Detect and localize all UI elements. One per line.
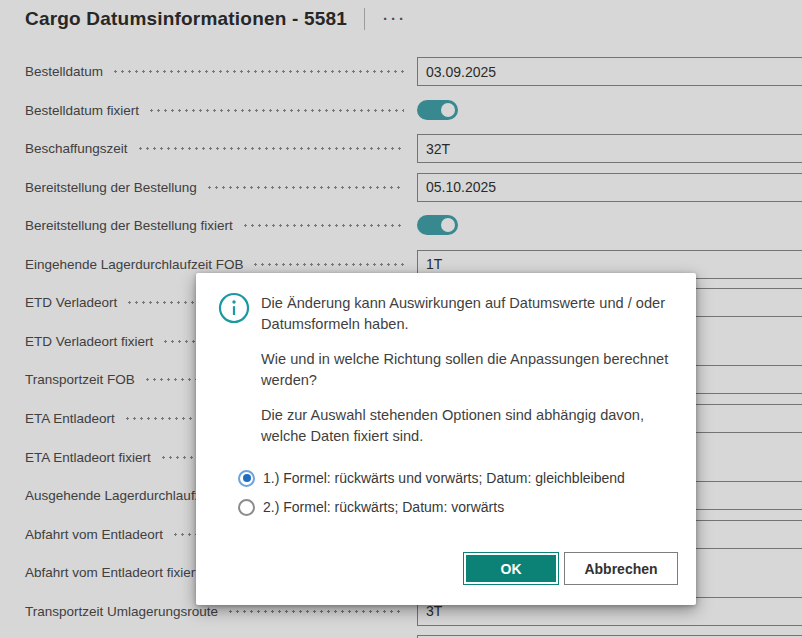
radio-option-2[interactable]: 2.) Formel: rückwärts; Datum: vorwärts bbox=[238, 498, 504, 516]
cancel-button[interactable]: Abbrechen bbox=[564, 552, 678, 585]
dialog-buttons: OK Abbrechen bbox=[463, 552, 678, 585]
radio-option-2-label: 2.) Formel: rückwärts; Datum: vorwärts bbox=[263, 499, 504, 515]
app-window: Cargo Datumsinformationen - 5581 ··· Bes… bbox=[0, 0, 802, 638]
ok-button[interactable]: OK bbox=[463, 552, 559, 585]
confirmation-dialog: Die Änderung kann Auswirkungen auf Datum… bbox=[196, 273, 696, 605]
dialog-message-3: Die zur Auswahl stehenden Optionen sind … bbox=[261, 405, 676, 447]
radio-option-1-label: 1.) Formel: rückwärts und vorwärts; Datu… bbox=[263, 470, 625, 486]
dialog-message-1: Die Änderung kann Auswirkungen auf Datum… bbox=[261, 293, 676, 335]
radio-selected-icon[interactable] bbox=[238, 470, 255, 487]
radio-unselected-icon[interactable] bbox=[238, 499, 255, 516]
dialog-message-2: Wie und in welche Richtung sollen die An… bbox=[261, 349, 676, 391]
radio-option-1[interactable]: 1.) Formel: rückwärts und vorwärts; Datu… bbox=[238, 469, 625, 487]
info-icon bbox=[218, 292, 250, 324]
